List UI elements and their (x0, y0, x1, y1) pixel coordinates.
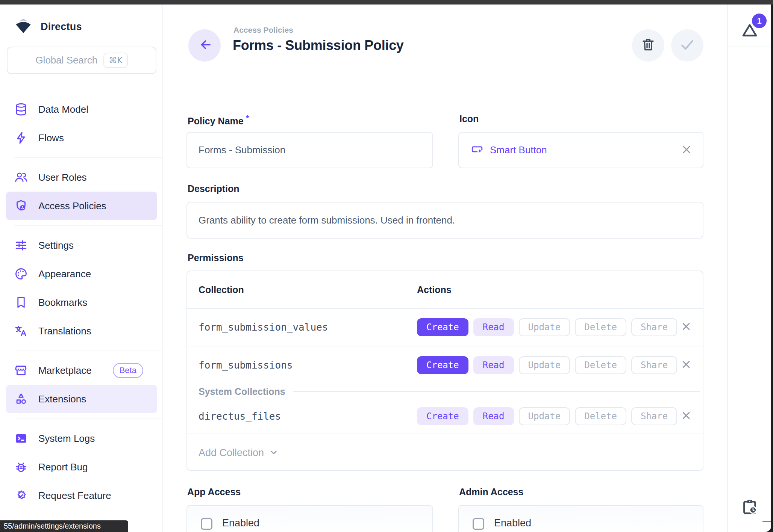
remove-row-x-icon[interactable] (680, 358, 692, 372)
sidebar-item-label: Appearance (38, 268, 91, 280)
permissions-table-header: Collection Actions (187, 271, 703, 309)
action-delete[interactable]: Delete (575, 407, 626, 425)
divider-line (293, 391, 700, 392)
sidebar-item-label: Marketplace (38, 365, 92, 376)
action-chips: Create Read Update Delete Share (417, 356, 677, 374)
sidebar-item-report-bug[interactable]: Report Bug (0, 453, 163, 481)
sidebar-divider (14, 419, 163, 419)
action-chips: Create Read Update Delete Share (417, 407, 677, 425)
remove-row-x-icon[interactable] (680, 320, 692, 334)
back-button[interactable] (188, 29, 221, 62)
action-share[interactable]: Share (631, 318, 677, 336)
sidebar-item-user-roles[interactable]: User Roles (0, 163, 163, 192)
required-marker: * (246, 113, 249, 123)
directus-logo-icon (14, 18, 32, 35)
action-update[interactable]: Update (519, 407, 570, 425)
action-read[interactable]: Read (473, 356, 514, 374)
bug-icon (14, 460, 28, 474)
sidebar-item-translations[interactable]: Translations (0, 317, 163, 345)
sidebar-item-label: Flows (38, 132, 64, 144)
right-sidebar-top: 1 (728, 5, 771, 47)
table-row: form_submission_values Create Read Updat… (187, 309, 703, 346)
sidebar-item-flows[interactable]: Flows (0, 124, 163, 152)
chevron-down-icon (268, 447, 279, 459)
terminal-icon (14, 432, 28, 445)
shapes-icon (14, 392, 28, 406)
delete-button[interactable] (632, 29, 664, 62)
sidebar-item-label: Extensions (38, 393, 86, 405)
icon-input[interactable]: Smart Button (458, 132, 703, 168)
activity-button[interactable] (728, 498, 771, 517)
action-create[interactable]: Create (417, 407, 468, 425)
permissions-label: Permissions (188, 252, 244, 263)
description-input[interactable]: Grants ability to create form submission… (186, 202, 703, 239)
action-delete[interactable]: Delete (575, 356, 626, 374)
remove-row-x-icon[interactable] (680, 410, 692, 423)
browser-status-url: 55/admin/settings/extensions (0, 520, 128, 532)
action-read[interactable]: Read (473, 318, 514, 336)
icon-label: Icon (459, 113, 479, 124)
clipboard-clock-icon (741, 498, 758, 517)
checkbox-label: Enabled (494, 517, 531, 529)
main-content: Access Policies Forms - Submission Polic… (164, 5, 727, 532)
sidebar-item-data-model[interactable]: Data Model (0, 95, 163, 124)
action-create[interactable]: Create (417, 318, 468, 336)
app-access-checkbox[interactable] (201, 518, 212, 530)
action-share[interactable]: Share (631, 356, 677, 374)
add-collection-button[interactable]: Add Collection (187, 434, 703, 472)
bolt-icon (14, 131, 28, 145)
action-share[interactable]: Share (631, 407, 677, 425)
shield-user-icon (14, 199, 28, 213)
collection-name: directus_files (199, 411, 281, 422)
storefront-icon (14, 364, 28, 377)
clear-icon-x[interactable] (680, 143, 693, 157)
save-button[interactable] (671, 29, 703, 62)
sidebar-item-request-feature[interactable]: Request Feature (0, 481, 163, 510)
collection-name: form_submissions (199, 360, 293, 371)
page-title: Forms - Submission Policy (233, 38, 404, 53)
notification-count-badge: 1 (752, 14, 767, 28)
users-icon (14, 171, 28, 184)
policy-name-input[interactable]: Forms - Submission (186, 132, 433, 168)
sidebar-item-system-logs[interactable]: System Logs (0, 424, 163, 453)
action-delete[interactable]: Delete (575, 318, 626, 336)
action-update[interactable]: Update (519, 356, 570, 374)
icon-value: Smart Button (490, 144, 547, 156)
app-access-box: Enabled (186, 505, 433, 532)
description-value: Grants ability to create form submission… (199, 215, 455, 226)
sidebar-item-settings[interactable]: Settings (0, 231, 163, 260)
sidebar-item-extensions[interactable]: Extensions (6, 385, 157, 413)
check-icon (679, 36, 696, 54)
sidebar-item-appearance[interactable]: Appearance (0, 260, 163, 288)
global-search-input[interactable]: Global Search ⌘K (7, 47, 156, 74)
permissions-table: Collection Actions form_submission_value… (186, 271, 703, 471)
checkbox-label: Enabled (222, 517, 259, 529)
description-label: Description (188, 183, 239, 194)
breadcrumb[interactable]: Access Policies (233, 26, 293, 35)
admin-access-label: Admin Access (459, 487, 523, 497)
sidebar-item-marketplace[interactable]: Marketplace Beta (0, 356, 163, 385)
policy-name-label: Policy Name* (188, 113, 249, 127)
arrow-left-icon (197, 37, 212, 54)
sidebar-item-access-policies[interactable]: Access Policies (6, 192, 157, 220)
action-read[interactable]: Read (473, 407, 514, 425)
sidebar-divider (14, 225, 163, 226)
admin-access-checkbox[interactable] (473, 518, 484, 530)
window-titlebar (0, 0, 773, 5)
action-chips: Create Read Update Delete Share (417, 318, 677, 336)
sidebar-item-label: Settings (38, 240, 74, 251)
admin-access-box: Enabled (458, 505, 703, 532)
column-header-collection: Collection (199, 284, 244, 295)
sidebar-nav: Data Model Flows (0, 95, 163, 510)
action-update[interactable]: Update (519, 318, 570, 336)
smart-button-icon (470, 143, 484, 158)
sidebar-item-label: System Logs (38, 433, 95, 444)
sidebar-divider (14, 157, 163, 158)
sidebar-item-bookmarks[interactable]: Bookmarks (0, 288, 163, 317)
tune-icon (14, 239, 28, 252)
left-sidebar: Directus Global Search ⌘K Data Model (0, 5, 163, 532)
window-edge (771, 0, 773, 532)
action-create[interactable]: Create (417, 356, 468, 374)
bookmark-icon (14, 296, 28, 309)
sidebar-item-label: Bookmarks (38, 297, 87, 308)
